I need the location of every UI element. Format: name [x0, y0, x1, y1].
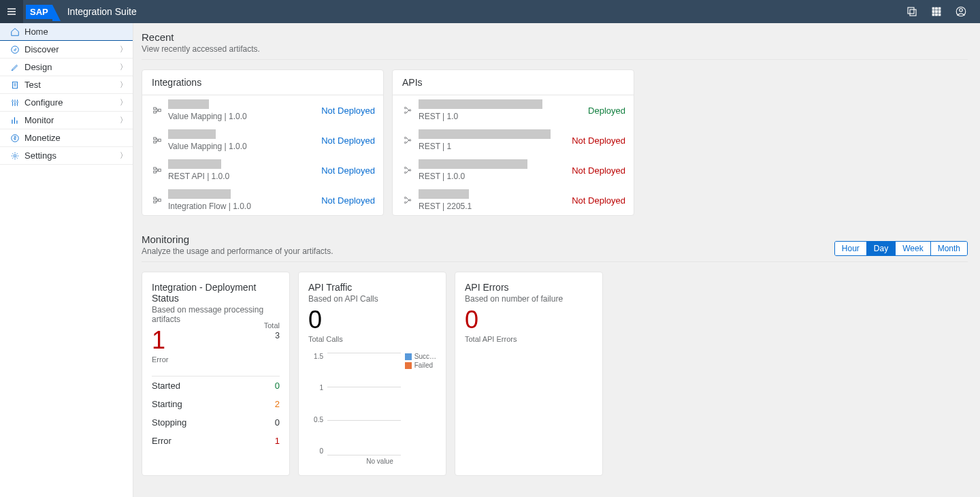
- svg-point-19: [14, 155, 16, 157]
- svg-point-40: [409, 170, 410, 171]
- chart-y-tick: 0.5: [308, 416, 323, 423]
- integration-artifact[interactable]: REST API | 1.0.0Not Deployed: [142, 155, 383, 185]
- document-icon: [10, 80, 20, 90]
- legend-swatch-icon: [405, 353, 412, 360]
- grid-icon: [930, 5, 943, 18]
- shell-right: [901, 1, 980, 22]
- integration-artifact[interactable]: Value Mapping | 1.0.0Not Deployed: [142, 125, 383, 155]
- user-profile-button[interactable]: [950, 1, 972, 22]
- svg-rect-2: [932, 7, 934, 10]
- svg-point-32: [404, 107, 406, 108]
- copy-icon-button[interactable]: [901, 1, 923, 22]
- svg-rect-5: [932, 11, 934, 13]
- svg-rect-7: [938, 11, 941, 13]
- deployment-row: Error1: [152, 432, 280, 450]
- monitor-cards-row: Integration - Deployment Status Based on…: [142, 272, 968, 476]
- sidebar-item-settings[interactable]: Settings 〉: [0, 147, 133, 165]
- svg-rect-27: [154, 171, 157, 173]
- svg-rect-20: [154, 108, 157, 110]
- svg-rect-22: [159, 109, 161, 112]
- api-artifact[interactable]: REST | 1.0Deployed: [393, 95, 634, 125]
- deployment-status-card[interactable]: Integration - Deployment Status Based on…: [142, 272, 290, 476]
- sidebar-item-monitor[interactable]: Monitor 〉: [0, 112, 133, 129]
- seg-btn-day[interactable]: Day: [867, 242, 896, 255]
- hamburger-icon: [6, 6, 17, 17]
- api-artifact[interactable]: REST | 1Not Deployed: [393, 125, 634, 155]
- svg-point-13: [12, 46, 19, 53]
- integration-artifact[interactable]: Integration Flow | 1.0.0Not Deployed: [142, 185, 383, 215]
- sidebar-item-home[interactable]: Home: [0, 23, 133, 41]
- artifact-name-placeholder: [419, 189, 469, 199]
- legend-failed: Failed: [405, 362, 436, 369]
- monitoring-head: Monitoring Analyze the usage and perform…: [142, 234, 333, 256]
- chevron-right-icon: 〉: [120, 62, 127, 72]
- svg-rect-9: [936, 14, 938, 16]
- seg-btn-hour[interactable]: Hour: [835, 242, 867, 255]
- deployment-row-label: Error: [152, 436, 172, 446]
- artifact-body: Integration Flow | 1.0.0: [168, 189, 251, 211]
- chevron-right-icon: 〉: [120, 115, 127, 125]
- bar-chart-icon: [10, 116, 20, 125]
- svg-point-16: [14, 103, 16, 105]
- svg-rect-25: [159, 139, 161, 142]
- api-traffic-card[interactable]: API Traffic Based on API Calls 0 Total C…: [298, 272, 446, 476]
- sap-logo-text: SAP: [26, 5, 52, 19]
- api-artifact[interactable]: REST | 2205.1Not Deployed: [393, 185, 634, 215]
- integration-flow-icon: [150, 165, 164, 175]
- apis-panel-title: APIs: [393, 70, 634, 95]
- integration-flow-icon: [150, 106, 164, 115]
- api-artifact[interactable]: REST | 1.0.0Not Deployed: [393, 155, 634, 185]
- sidebar-item-test[interactable]: Test 〉: [0, 76, 133, 94]
- sidebar-item-design[interactable]: Design 〉: [0, 59, 133, 76]
- artifact-meta: REST API | 1.0.0: [168, 172, 229, 181]
- dollar-icon: [10, 133, 20, 143]
- apis-panel: APIs REST | 1.0DeployedREST | 1Not Deplo…: [392, 69, 634, 216]
- svg-rect-1: [908, 7, 914, 14]
- sidebar-item-label: Settings: [24, 150, 56, 161]
- chart-plot: [323, 353, 401, 455]
- chevron-right-icon: 〉: [120, 44, 127, 54]
- svg-point-12: [960, 9, 963, 12]
- svg-point-35: [404, 137, 406, 138]
- menu-toggle-button[interactable]: [0, 0, 23, 23]
- divider: [142, 261, 968, 262]
- artifact-name-placeholder: [168, 129, 216, 139]
- api-errors-card[interactable]: API Errors Based on number of failure 0 …: [455, 272, 603, 476]
- artifact-body: REST | 1.0.0: [419, 159, 527, 181]
- main-content[interactable]: Recent View recently accessed artifacts.…: [133, 23, 980, 497]
- chevron-right-icon: 〉: [120, 150, 127, 161]
- svg-point-15: [12, 100, 13, 101]
- seg-btn-month[interactable]: Month: [931, 242, 967, 255]
- card-subtitle: Based on API Calls: [308, 294, 436, 304]
- monitoring-head-row: Monitoring Analyze the usage and perform…: [142, 234, 968, 256]
- artifact-name-placeholder: [168, 159, 221, 169]
- seg-btn-week[interactable]: Week: [896, 242, 930, 255]
- integration-artifact[interactable]: Value Mapping | 1.0.0Not Deployed: [142, 95, 383, 125]
- gear-icon: [10, 151, 20, 161]
- svg-rect-4: [938, 7, 941, 10]
- chevron-right-icon: 〉: [120, 97, 127, 108]
- artifact-meta: REST | 1.0.0: [419, 172, 527, 181]
- artifact-meta: REST | 1.0: [419, 112, 542, 121]
- app-launcher-button[interactable]: [926, 1, 947, 22]
- integration-flow-icon: [150, 135, 164, 145]
- artifact-status: Not Deployed: [321, 165, 375, 176]
- svg-rect-14: [13, 82, 18, 88]
- sidebar-item-configure[interactable]: Configure 〉: [0, 94, 133, 112]
- artifact-meta: REST | 2205.1: [419, 202, 472, 211]
- svg-rect-8: [932, 14, 934, 16]
- svg-rect-6: [936, 11, 938, 13]
- artifact-name-placeholder: [419, 129, 551, 139]
- total-label: Total: [264, 321, 280, 330]
- recent-row: Integrations Value Mapping | 1.0.0Not De…: [142, 69, 968, 216]
- sidebar-item-label: Monitor: [24, 115, 54, 125]
- sidebar-item-monetize[interactable]: Monetize: [0, 129, 133, 147]
- svg-point-34: [409, 110, 410, 111]
- card-subtitle: Based on message processing artifacts: [152, 305, 280, 324]
- artifact-status: Not Deployed: [321, 106, 375, 116]
- svg-rect-3: [936, 7, 938, 10]
- artifact-body: Value Mapping | 1.0.0: [168, 99, 247, 121]
- sidebar-item-discover[interactable]: Discover 〉: [0, 41, 133, 59]
- app-title: Integration Suite: [67, 6, 137, 17]
- deployment-row-value: 1: [275, 436, 280, 446]
